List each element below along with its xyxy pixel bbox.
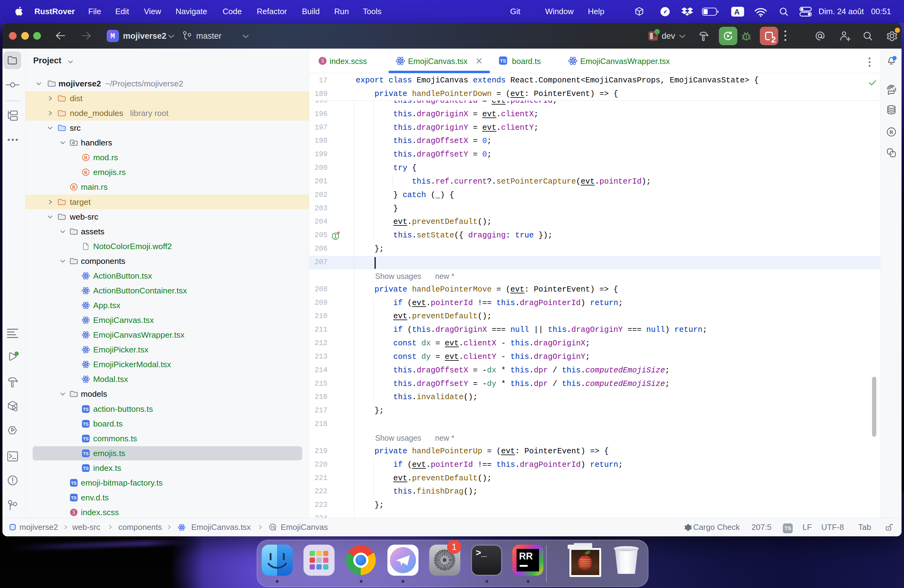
svg-text:TS: TS	[83, 407, 89, 412]
svg-text:TS: TS	[83, 436, 89, 441]
svg-text:TS: TS	[500, 58, 506, 63]
svg-text:TS: TS	[71, 481, 77, 485]
svg-text:TS: TS	[83, 466, 89, 471]
svg-text:R: R	[890, 129, 893, 135]
svg-text:TS: TS	[83, 422, 89, 427]
svg-text:R: R	[84, 155, 88, 160]
svg-text:R: R	[84, 170, 88, 175]
svg-text:TS: TS	[83, 451, 89, 456]
svg-text:TS: TS	[270, 526, 275, 529]
svg-text:S: S	[321, 57, 324, 64]
svg-text:TS: TS	[71, 495, 77, 500]
svg-text:S: S	[73, 509, 75, 515]
svg-text:R: R	[72, 185, 76, 190]
